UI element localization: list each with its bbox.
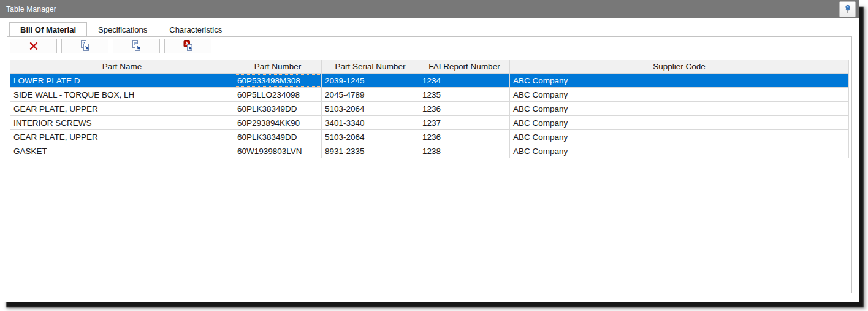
table-cell[interactable]: ABC Company <box>510 130 849 144</box>
delete-row-button[interactable] <box>10 39 57 53</box>
export-pdf-button[interactable] <box>164 39 211 53</box>
table-cell[interactable]: 1234 <box>419 74 510 88</box>
table-row[interactable]: INTERIOR SCREWS60P293894KK903401-3340123… <box>10 116 849 130</box>
table-cell[interactable]: 60P293894KK90 <box>234 116 322 130</box>
table-cell[interactable]: 1237 <box>419 116 510 130</box>
column-header[interactable]: FAI Report Number <box>419 60 510 74</box>
tabstrip: Bill Of Material Specifications Characte… <box>9 22 852 36</box>
table-cell[interactable]: GEAR PLATE, UPPER <box>10 102 234 116</box>
export-list-icon <box>131 40 143 52</box>
export-document-button[interactable] <box>61 39 108 53</box>
column-header[interactable]: Supplier Code <box>510 60 849 74</box>
table-body: LOWER PLATE D60P533498M3082039-12451234A… <box>10 74 849 158</box>
table-cell[interactable]: 1238 <box>419 144 510 158</box>
column-header[interactable]: Part Number <box>234 60 322 74</box>
titlebar: Table Manager <box>0 0 859 18</box>
table-cell[interactable]: 8931-2335 <box>322 144 419 158</box>
table-cell[interactable]: 5103-2064 <box>322 102 419 116</box>
table-cell[interactable]: 1236 <box>419 130 510 144</box>
table-cell[interactable]: LOWER PLATE D <box>10 74 234 88</box>
bill-of-material-table: Part NamePart NumberPart Serial NumberFA… <box>10 60 849 158</box>
table-cell[interactable]: SIDE WALL - TORQUE BOX, LH <box>10 88 234 102</box>
table-cell[interactable]: 1236 <box>419 102 510 116</box>
table-cell[interactable]: ABC Company <box>510 144 849 158</box>
tab-bill-of-material[interactable]: Bill Of Material <box>9 22 87 36</box>
table-manager-window: Table Manager Bill Of Material Specifica… <box>0 0 859 302</box>
table-cell[interactable]: ABC Company <box>510 88 849 102</box>
table-row[interactable]: GEAR PLATE, UPPER60PLK38349DD5103-206412… <box>10 130 849 144</box>
export-pdf-icon <box>182 40 194 52</box>
table-cell[interactable]: 60P5LLO234098 <box>234 88 322 102</box>
table-cell[interactable]: 60PLK38349DD <box>234 102 322 116</box>
table-cell[interactable]: 5103-2064 <box>322 130 419 144</box>
table-cell[interactable]: 2045-4789 <box>322 88 419 102</box>
window-title: Table Manager <box>6 5 56 13</box>
table-cell[interactable]: 60W1939803LVN <box>234 144 322 158</box>
table-cell[interactable]: GEAR PLATE, UPPER <box>10 130 234 144</box>
table-cell[interactable]: GASKET <box>10 144 234 158</box>
body-area: Bill Of Material Specifications Characte… <box>0 18 859 293</box>
table-cell[interactable]: 60PLK38349DD <box>234 130 322 144</box>
table-cell[interactable]: 2039-1245 <box>322 74 419 88</box>
tab-page-bill-of-material: Part NamePart NumberPart Serial NumberFA… <box>7 36 852 293</box>
table-cell[interactable]: ABC Company <box>510 102 849 116</box>
table-row[interactable]: LOWER PLATE D60P533498M3082039-12451234A… <box>10 74 849 88</box>
table-row[interactable]: GASKET60W1939803LVN8931-23351238ABC Comp… <box>10 144 849 158</box>
table-cell[interactable]: 1235 <box>419 88 510 102</box>
table-row[interactable]: GEAR PLATE, UPPER60PLK38349DD5103-206412… <box>10 102 849 116</box>
table-header-row: Part NamePart NumberPart Serial NumberFA… <box>10 60 849 74</box>
export-list-button[interactable] <box>113 39 160 53</box>
table-cell[interactable]: INTERIOR SCREWS <box>10 116 234 130</box>
toolbar <box>10 39 851 53</box>
table-cell[interactable]: 3401-3340 <box>322 116 419 130</box>
tab-characteristics[interactable]: Characteristics <box>158 22 233 36</box>
pin-button[interactable] <box>839 1 856 17</box>
table-cell[interactable]: ABC Company <box>510 74 849 88</box>
column-header[interactable]: Part Serial Number <box>322 60 419 74</box>
red-x-icon <box>28 40 39 52</box>
pushpin-icon <box>843 4 853 14</box>
export-page-icon <box>79 40 91 52</box>
table-cell[interactable]: 60P533498M308 <box>234 74 322 88</box>
table-row[interactable]: SIDE WALL - TORQUE BOX, LH60P5LLO2340982… <box>10 88 849 102</box>
table-cell[interactable]: ABC Company <box>510 116 849 130</box>
column-header[interactable]: Part Name <box>10 60 234 74</box>
tab-specifications[interactable]: Specifications <box>87 22 158 36</box>
